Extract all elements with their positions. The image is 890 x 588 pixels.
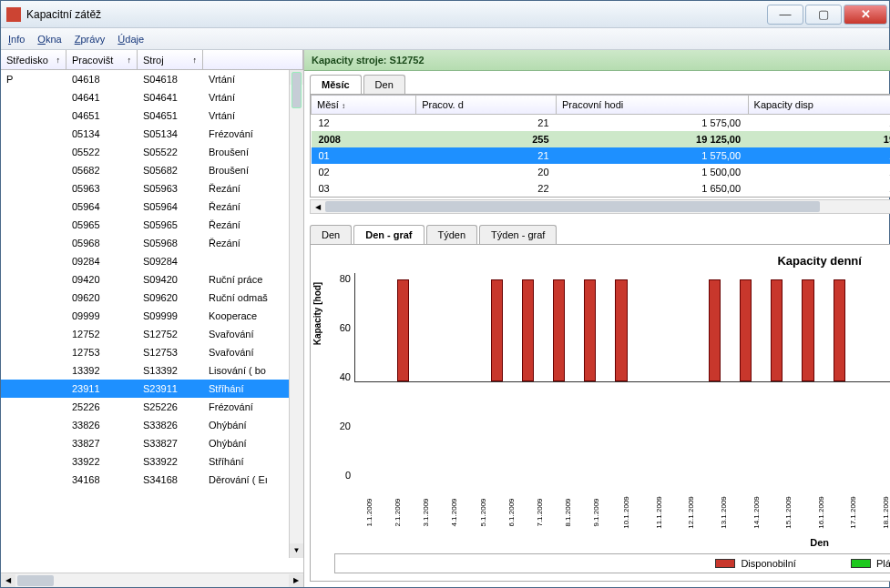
- scroll-thumb[interactable]: [325, 201, 820, 212]
- left-col-header[interactable]: Stroj↑: [138, 50, 203, 69]
- menu-udaje[interactable]: Údaje: [118, 34, 144, 45]
- table-row[interactable]: 33827S33827Ohýbání: [1, 434, 303, 452]
- table-row[interactable]: 23911S23911Stříhání: [1, 380, 303, 398]
- table-row[interactable]: 05965S05965Řezání: [1, 216, 303, 234]
- table-row[interactable]: 09620S09620Ruční odmaš: [1, 289, 303, 307]
- table-row[interactable]: 25226S25226Frézování: [1, 398, 303, 416]
- tab-týden[interactable]: Týden: [426, 225, 478, 244]
- col-header[interactable]: Pracov. d: [416, 96, 557, 115]
- scroll-thumb[interactable]: [292, 72, 302, 108]
- table-row[interactable]: 05968S05968Řezání: [1, 234, 303, 252]
- col-header[interactable]: Kapacity disp: [748, 96, 890, 115]
- scroll-right-icon[interactable]: ▶: [289, 574, 303, 587]
- left-vscrollbar[interactable]: ▲ ▼: [289, 70, 303, 558]
- table-row[interactable]: 05134S05134Frézování: [1, 125, 303, 143]
- left-col-header[interactable]: Středisko↑: [1, 50, 66, 69]
- table-row[interactable]: 01211 575,001 575,0079,18831,760,: [312, 147, 891, 164]
- top-tab-body: Měsí ↕Pracov. dPracovní hodiKapacity dis…: [310, 94, 890, 198]
- table-row[interactable]: 05522S05522Broušení: [1, 143, 303, 161]
- table-row[interactable]: 04641S04641Vrtání: [1, 88, 303, 106]
- cell: 09420: [66, 274, 138, 285]
- table-row[interactable]: 13392S13392Lisování ( bo: [1, 361, 303, 380]
- col-header[interactable]: Měsí ↕: [312, 96, 416, 115]
- table-row[interactable]: 04651S04651Vrtání: [1, 106, 303, 125]
- bar-column: [638, 273, 668, 381]
- top-tabs: MěsícDen: [304, 71, 890, 94]
- bar-column: [886, 273, 890, 381]
- cell: 33826: [66, 420, 138, 431]
- cell: 33827: [66, 438, 138, 449]
- cell: S13392: [138, 365, 203, 376]
- bar: [615, 279, 627, 381]
- menu-info[interactable]: Info: [8, 34, 25, 45]
- table-row[interactable]: 03221 650,001 650,004,251 462,000,: [312, 180, 891, 197]
- scroll-thumb[interactable]: [17, 575, 54, 586]
- y-tick: 80: [340, 273, 351, 284]
- maximize-button[interactable]: ▢: [805, 5, 842, 25]
- cell: 05134: [66, 128, 138, 139]
- cell: 1 500,00: [748, 164, 890, 180]
- bar-column: [762, 273, 792, 381]
- cell: 1 575,00: [748, 115, 890, 132]
- bar: [740, 279, 752, 381]
- cell: 03: [312, 180, 416, 197]
- tab-měsíc[interactable]: Měsíc: [310, 75, 362, 94]
- col-header[interactable]: Pracovní hodi: [557, 96, 749, 115]
- scroll-down-icon[interactable]: ▼: [290, 543, 303, 558]
- bar-column: [731, 273, 761, 381]
- capacity-table[interactable]: Měsí ↕Pracov. dPracovní hodiKapacity dis…: [311, 95, 890, 197]
- app-window: Kapacitní zátěž — ▢ ✕ Info Okna Zprávy Ú…: [0, 0, 890, 588]
- table-row[interactable]: 12752S12752Svařování: [1, 325, 303, 343]
- table-row[interactable]: 34168S34168Děrování ( Eı: [1, 471, 303, 489]
- table-row[interactable]: 05682S05682Broušení: [1, 161, 303, 179]
- table-row[interactable]: P04618S04618Vrtání: [1, 70, 303, 88]
- tab-den---graf[interactable]: Den - graf: [353, 225, 424, 244]
- left-col-header[interactable]: Pracovišt↑: [66, 50, 138, 69]
- close-button[interactable]: ✕: [844, 5, 887, 25]
- table-row[interactable]: 33826S33826Ohýbání: [1, 416, 303, 434]
- menu-zpravy[interactable]: Zprávy: [75, 34, 106, 45]
- table-row[interactable]: 05964S05964Řezání: [1, 198, 303, 216]
- cell: 21: [416, 147, 557, 164]
- cell: 255: [416, 131, 557, 147]
- table-row[interactable]: 09284S09284: [1, 252, 303, 270]
- cell: 34168: [66, 474, 138, 485]
- menu-okna[interactable]: Okna: [37, 34, 61, 45]
- y-tick: 20: [340, 421, 351, 431]
- cell: 1 650,00: [748, 180, 890, 197]
- cell: 05964: [66, 201, 138, 212]
- table-row[interactable]: 02201 500,001 500,008,671 041,150,: [312, 164, 891, 180]
- table-row[interactable]: 09420S09420Ruční práce: [1, 270, 303, 289]
- cell: S04641: [138, 92, 203, 103]
- cell: 22: [416, 180, 557, 197]
- cell: 05965: [66, 219, 138, 230]
- table-row[interactable]: 09999S09999Kooperace: [1, 307, 303, 325]
- legend-label: Plánované: [876, 558, 890, 569]
- tab-den[interactable]: Den: [310, 225, 352, 244]
- tab-týden---graf[interactable]: Týden - graf: [479, 225, 557, 244]
- bar: [771, 279, 783, 381]
- left-hscrollbar[interactable]: ◀ ▶: [1, 573, 303, 587]
- x-axis-labels: 1.1.20092.1.20093.1.20094.1.20095.1.2009…: [316, 481, 890, 535]
- scroll-left-icon[interactable]: ◀: [1, 574, 15, 587]
- content: Středisko↑Pracovišt↑Stroj↑ P04618S04618V…: [1, 50, 889, 587]
- minimize-button[interactable]: —: [767, 5, 803, 25]
- left-col-header[interactable]: [203, 50, 303, 69]
- left-grid-header: Středisko↑Pracovišt↑Stroj↑: [1, 50, 303, 70]
- table-row[interactable]: 12211 575,001 575,0039,22728,260,: [312, 115, 891, 132]
- left-grid[interactable]: P04618S04618Vrtání04641S04641Vrtání04651…: [1, 70, 303, 573]
- tab-den[interactable]: Den: [363, 75, 405, 94]
- left-panel: Středisko↑Pracovišt↑Stroj↑ P04618S04618V…: [1, 50, 304, 587]
- table-hscrollbar[interactable]: ◀ ▶: [310, 199, 890, 214]
- table-row[interactable]: 33922S33922Stříhání: [1, 452, 303, 471]
- cell: 1 500,00: [557, 164, 749, 180]
- cell: S12752: [138, 329, 203, 340]
- table-row[interactable]: 200825519 125,0019 125,0087,6919 636,470…: [312, 131, 891, 147]
- chart-legend: DisponobilníPlánované: [334, 553, 890, 573]
- table-row[interactable]: 05963S05963Řezání: [1, 179, 303, 198]
- table-row[interactable]: 12753S12753Svařování: [1, 343, 303, 361]
- bar-column: [855, 273, 885, 381]
- scroll-left-icon[interactable]: ◀: [311, 203, 325, 211]
- cell: S05522: [138, 147, 203, 157]
- bar-column: [513, 273, 543, 381]
